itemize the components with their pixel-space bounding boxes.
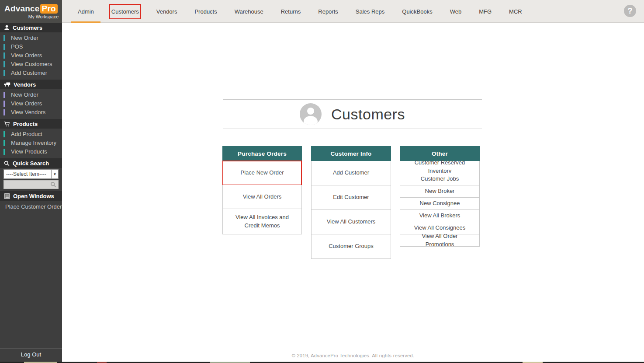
sidebar-item-pos[interactable]: POS [0,42,62,51]
annotation-red-box: Customers [109,4,141,19]
person-icon [4,25,10,31]
copyright-footer: © 2019, AdvancePro Technologies. All rig… [62,353,644,358]
quick-search-select[interactable]: ----Select Item---- [3,169,51,179]
brand-name: AdvancePro [4,4,58,14]
tab-vendors[interactable]: Vendors [150,0,184,23]
customer-groups-button[interactable]: Customer Groups [311,234,391,259]
sidebar-item-view-orders-customer[interactable]: View Orders [0,51,62,60]
brand-badge: Pro [40,4,58,14]
sidebar-item-new-order-customer[interactable]: New Order [0,34,62,42]
sidebar-section-quick-search: Quick Search [0,158,62,168]
sidebar-item-view-vendors[interactable]: View Vendors [0,108,62,117]
main-content: Customers Purchase Orders Place New Orde… [62,23,644,362]
new-broker-button[interactable]: New Broker [400,185,480,198]
tab-admin[interactable]: Admin [71,0,100,23]
new-consignee-button[interactable]: New Consignee [400,198,480,210]
sidebar-item-new-order-vendor[interactable]: New Order [0,91,62,99]
search-icon[interactable] [50,182,56,188]
view-all-customers-button[interactable]: View All Customers [311,210,391,234]
customers-avatar-icon [300,103,322,125]
top-bar: Admin Customers Vendors Products Warehou… [0,0,644,23]
tab-reports[interactable]: Reports [312,0,345,23]
sidebar-section-customers: Customers [0,23,62,32]
tab-mfg[interactable]: MFG [472,0,498,23]
edit-customer-button[interactable]: Edit Customer [311,185,391,210]
brand-subtitle: My Workspace [28,14,59,19]
tab-warehouse[interactable]: Warehouse [228,0,270,23]
logout-button[interactable]: Log Out [0,348,62,360]
sidebar-item-manage-inventory[interactable]: Manage Inventory [0,139,62,147]
view-all-order-promotions-button[interactable]: View All Order Promotions [400,234,480,247]
sidebar: Customers New Order POS View Orders View… [0,23,62,362]
card-other: Other Customer Reserved Inventory Custom… [400,146,480,247]
add-customer-button[interactable]: Add Customer [311,161,391,185]
view-all-brokers-button[interactable]: View All Brokers [400,210,480,222]
search-icon [4,161,10,166]
tab-web[interactable]: Web [443,0,468,23]
sidebar-section-products: Products [0,119,62,129]
tab-sales-reps[interactable]: Sales Reps [349,0,391,23]
tab-customers[interactable]: Customers [105,0,145,23]
open-windows-icon [4,193,10,199]
sidebar-item-view-orders-vendor[interactable]: View Orders [0,99,62,108]
sidebar-item-view-customers[interactable]: View Customers [0,60,62,69]
sidebar-section-open-windows: Open Windows [0,191,62,201]
open-window-place-customer-order[interactable]: Place Customer Order [0,202,62,211]
truck-icon [4,82,10,87]
page-title: Customers [331,106,405,123]
customer-reserved-inventory-button[interactable]: Customer Reserved Inventory [400,161,480,173]
cart-icon [4,121,10,127]
view-all-invoices-button[interactable]: View All Invoices and Credit Memos [222,209,302,234]
sidebar-item-view-products[interactable]: View Products [0,147,62,156]
app-logo: AdvancePro My Workspace [0,0,62,23]
tab-quickbooks[interactable]: QuickBooks [395,0,439,23]
chevron-down-icon[interactable]: ▼ [51,169,59,179]
sidebar-item-add-product[interactable]: Add Product [0,130,62,139]
place-new-order-button[interactable]: Place New Order [222,161,302,185]
card-purchase-orders: Purchase Orders Place New Order View All… [222,146,302,234]
tab-products[interactable]: Products [188,0,223,23]
tab-returns[interactable]: Returns [274,0,308,23]
tab-mcr[interactable]: MCR [502,0,529,23]
card-title: Purchase Orders [222,146,302,161]
page-header: Customers [223,99,482,129]
help-icon[interactable]: ? [624,5,636,17]
quick-search-input-row [3,180,59,189]
customer-jobs-button[interactable]: Customer Jobs [400,173,480,185]
top-nav: Admin Customers Vendors Products Warehou… [69,0,531,23]
sidebar-item-add-customer[interactable]: Add Customer [0,69,62,77]
view-all-orders-button[interactable]: View All Orders [222,185,302,209]
sidebar-section-vendors: Vendors [0,80,62,89]
quick-search-select-row: ----Select Item---- ▼ [3,169,59,179]
card-title: Customer Info [311,146,391,161]
card-customer-info: Customer Info Add Customer Edit Customer… [311,146,391,259]
